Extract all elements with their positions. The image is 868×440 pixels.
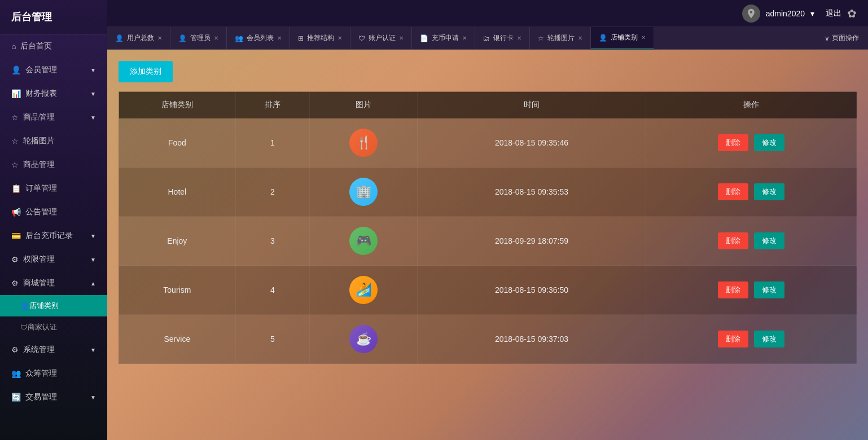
sidebar-item-recharge[interactable]: 💳 后台充币记录 ▼ [0,224,107,248]
cell-order-3: 4 [235,266,310,315]
tab-shop-category[interactable]: 👤 店铺类别 ✕ [591,27,654,50]
tab-shop-icon: 👤 [599,34,607,42]
sidebar-item-banner[interactable]: ☆ 轮播图片 [0,129,107,153]
cell-time-0: 2018-08-15 09:35:46 [417,118,646,168]
delete-button-3[interactable]: 删除 [718,281,748,298]
dropdown-icon[interactable]: ▾ [810,9,814,18]
sidebar-item-shop-category[interactable]: 👤 店铺类别 [0,295,107,316]
sidebar-item-merchant-auth[interactable]: 🛡 商家认证 [0,316,107,338]
sidebar-item-system[interactable]: ⚙ 系统管理 ▼ [0,338,107,362]
sidebar-item-trade[interactable]: 🔄 交易管理 ▼ [0,385,107,409]
delete-button-0[interactable]: 删除 [718,134,748,151]
cell-icon-0: 🍴 [310,118,418,168]
recharge-icon: 💳 [11,231,21,240]
trade-icon: 🔄 [11,393,21,402]
sidebar-item-home[interactable]: ⌂ 后台首页 [0,34,107,58]
tab-banner-icon: ☆ [538,34,544,42]
tab-user-total[interactable]: 👤 用户总数 ✕ [107,27,170,50]
edit-button-2[interactable]: 修改 [754,232,784,249]
tab-recharge[interactable]: 📄 充币申请 ✕ [412,27,475,50]
main-area: admin2020 ▾ 退出 ✿ 👤 用户总数 ✕ 👤 管理员 ✕ 👥 会员列表… [107,0,868,440]
cell-order-0: 1 [235,118,310,168]
tab-member-list[interactable]: 👥 会员列表 ✕ [227,27,290,50]
tab-member-close[interactable]: ✕ [277,35,282,41]
category-icon-tourism: 🏄 [349,276,378,304]
tab-admin-close[interactable]: ✕ [214,35,218,41]
table-row: Service 5 ☕ 2018-08-15 09:37:03 删除 修改 [119,315,857,364]
sidebar-item-permission[interactable]: ⚙ 权限管理 ▼ [0,248,107,271]
tab-bank-card[interactable]: 🗂 银行卡 ✕ [475,27,530,50]
merchant-icon: 🛡 [20,323,28,332]
table-row: Tourism 4 🏄 2018-08-15 09:36:50 删除 修改 [119,266,857,315]
product-icon: ☆ [11,113,19,122]
cell-icon-1: 🏢 [310,168,418,217]
tab-account-icon: 🛡 [358,34,365,42]
cell-name-1: Hotel [119,168,236,217]
arrow-icon: ▼ [90,115,96,121]
topbar: admin2020 ▾ 退出 ✿ [107,0,868,27]
tab-bank-close[interactable]: ✕ [517,35,521,41]
logout-button[interactable]: 退出 [826,8,841,19]
notice-icon: 📢 [11,208,21,217]
sidebar-item-notice[interactable]: 📢 公告管理 [0,200,107,224]
tab-admin[interactable]: 👤 管理员 ✕ [170,27,227,50]
tab-recharge-close[interactable]: ✕ [462,35,467,41]
tab-recommend-icon: ⊞ [298,34,304,42]
cell-icon-3: 🏄 [310,266,418,315]
cell-actions-3: 删除 修改 [646,266,857,315]
cell-name-4: Service [119,315,236,364]
tab-recommend[interactable]: ⊞ 推荐结构 ✕ [290,27,350,50]
cell-name-3: Tourism [119,266,236,315]
cell-order-2: 3 [235,217,310,266]
edit-button-4[interactable]: 修改 [754,331,784,347]
cell-actions-1: 删除 修改 [646,168,857,217]
page-actions[interactable]: ∨ 页面操作 [816,33,868,43]
col-time: 时间 [417,92,646,118]
arrow-icon: ▼ [90,233,96,239]
sidebar-item-crowdfunding[interactable]: 👥 众筹管理 [0,362,107,385]
tab-recommend-label: 推荐结构 [307,33,334,43]
cell-actions-4: 删除 修改 [646,315,857,364]
tab-shop-close[interactable]: ✕ [641,34,646,41]
table-row: Enjoy 3 🎮 2018-09-29 18:07:59 删除 修改 [119,217,857,266]
page-actions-label: 页面操作 [832,33,859,43]
tab-account-close[interactable]: ✕ [399,35,404,41]
tab-recommend-close[interactable]: ✕ [337,35,342,41]
category-icon-food: 🍴 [349,129,378,157]
tab-user-total-close[interactable]: ✕ [157,35,162,41]
sidebar-item-product2[interactable]: ☆ 商品管理 [0,153,107,177]
sidebar-item-shop[interactable]: ⚙ 商城管理 ▲ [0,271,107,295]
tab-member-icon: 👥 [235,34,243,42]
shop-category-icon: 👤 [20,302,29,310]
system-icon: ⚙ [11,345,19,354]
flower-icon: ✿ [847,7,857,20]
banner-icon: ☆ [11,137,19,146]
member-icon: 👤 [11,65,21,74]
sidebar-item-member[interactable]: 👤 会员管理 ▼ [0,58,107,82]
sidebar-item-order[interactable]: 📋 订单管理 [0,177,107,200]
shop-icon: ⚙ [11,279,19,288]
delete-button-2[interactable]: 删除 [718,232,748,249]
cell-name-0: Food [119,118,236,168]
edit-button-3[interactable]: 修改 [754,281,784,298]
product2-icon: ☆ [11,160,19,169]
edit-button-1[interactable]: 修改 [754,183,784,200]
sidebar-item-product1[interactable]: ☆ 商品管理 ▼ [0,105,107,129]
tab-recharge-label: 充币申请 [432,33,459,43]
arrow-icon: ▲ [90,280,96,287]
add-category-button[interactable]: 添加类别 [119,61,173,82]
tab-banner[interactable]: ☆ 轮播图片 ✕ [530,27,591,50]
edit-button-0[interactable]: 修改 [754,134,784,151]
arrow-icon: ▼ [90,67,96,73]
order-icon: 📋 [11,184,21,193]
arrow-icon: ▼ [90,347,96,353]
delete-button-4[interactable]: 删除 [718,331,748,347]
page-actions-icon: ∨ [825,34,830,42]
tab-account-auth[interactable]: 🛡 账户认证 ✕ [350,27,412,50]
delete-button-1[interactable]: 删除 [718,183,748,200]
tab-account-label: 账户认证 [369,33,396,43]
sidebar-item-finance[interactable]: 📊 财务报表 ▼ [0,82,107,105]
cell-time-1: 2018-08-15 09:35:53 [417,168,646,217]
tab-admin-icon: 👤 [178,34,187,42]
tab-banner-close[interactable]: ✕ [578,35,582,41]
